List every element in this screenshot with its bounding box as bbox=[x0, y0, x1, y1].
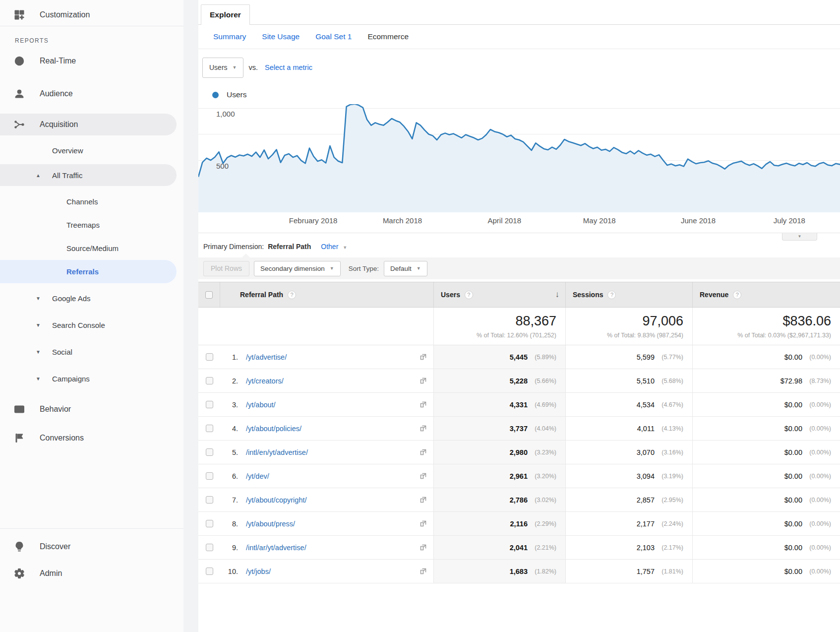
x-axis-month-label: March 2018 bbox=[383, 216, 422, 225]
row-revenue-cell: $0.00 (0.00%) bbox=[693, 393, 840, 416]
sidebar-item-all-traffic[interactable]: ▲ All Traffic bbox=[0, 164, 177, 186]
help-icon[interactable]: ? bbox=[607, 291, 616, 299]
sort-type-dropdown[interactable]: Default ▼ bbox=[384, 261, 427, 276]
row-checkbox[interactable] bbox=[206, 353, 213, 361]
header-referral-path[interactable]: Referral Path ? bbox=[220, 282, 434, 307]
revenue-percent: (0.00%) bbox=[802, 473, 840, 480]
tab-explorer[interactable]: Explorer bbox=[201, 4, 250, 25]
row-users-cell: 4,331 (4.69%) bbox=[434, 393, 566, 416]
external-link-icon[interactable] bbox=[419, 377, 427, 385]
referral-path-link[interactable]: /yt/advertise/ bbox=[246, 353, 287, 361]
table-row: 8. /yt/about/press/ 2,116 (2.29%) 2,177 … bbox=[198, 512, 840, 536]
referral-path-link[interactable]: /intl/ar/yt/advertise/ bbox=[246, 544, 306, 552]
x-axis-month-label: May 2018 bbox=[583, 216, 616, 225]
sidebar-item-referrals[interactable]: Referrals bbox=[0, 260, 177, 283]
sessions-percent: (4.67%) bbox=[655, 401, 692, 408]
referral-path-link[interactable]: /yt/about/copyright/ bbox=[246, 496, 307, 504]
sessions-percent: (2.24%) bbox=[655, 520, 692, 527]
sidebar-item-conversions[interactable]: Conversions bbox=[0, 427, 183, 449]
caret-down-icon: ▼ bbox=[798, 235, 802, 239]
row-checkbox[interactable] bbox=[206, 425, 213, 432]
external-link-icon[interactable] bbox=[419, 400, 427, 409]
metric-select-dropdown[interactable]: Users ▼ bbox=[202, 58, 243, 78]
row-checkbox[interactable] bbox=[206, 544, 213, 551]
row-checkbox-cell bbox=[198, 488, 220, 511]
users-value: 2,961 bbox=[434, 472, 528, 480]
help-icon[interactable]: ? bbox=[288, 291, 296, 299]
sidebar-item-behavior[interactable]: Behavior bbox=[0, 398, 183, 420]
sidebar-item-admin[interactable]: Admin bbox=[0, 563, 183, 584]
header-checkbox-cell bbox=[198, 282, 220, 307]
referral-path-link[interactable]: /yt/dev/ bbox=[246, 472, 269, 480]
row-checkbox[interactable] bbox=[206, 568, 213, 575]
sidebar-item-search-console[interactable]: ▼ Search Console bbox=[0, 314, 183, 336]
sidebar-item-overview[interactable]: Overview bbox=[0, 140, 183, 160]
external-link-icon[interactable] bbox=[419, 353, 427, 361]
subtab-goal-set-1[interactable]: Goal Set 1 bbox=[315, 32, 352, 41]
primary-dimension-referral-path[interactable]: Referral Path bbox=[268, 243, 311, 251]
sidebar-item-treemaps[interactable]: Treemaps bbox=[0, 213, 183, 237]
subtab-ecommerce[interactable]: Ecommerce bbox=[367, 32, 409, 41]
external-link-icon[interactable] bbox=[419, 448, 427, 456]
external-link-icon[interactable] bbox=[419, 567, 427, 575]
chart-plot-area[interactable]: 5001,000 bbox=[198, 104, 840, 212]
caret-down-icon: ▼ bbox=[417, 266, 421, 271]
users-percent: (2.29%) bbox=[528, 520, 565, 527]
external-link-icon[interactable] bbox=[419, 424, 427, 433]
row-checkbox[interactable] bbox=[206, 377, 213, 384]
subtab-summary[interactable]: Summary bbox=[213, 32, 246, 41]
row-checkbox[interactable] bbox=[206, 496, 213, 504]
sessions-value: 4,011 bbox=[566, 425, 655, 433]
sidebar-item-campaigns[interactable]: ▼ Campaigns bbox=[0, 368, 183, 389]
primary-dimension-other-dropdown[interactable]: Other ▼ bbox=[321, 243, 347, 251]
table-row: 3. /yt/about/ 4,331 (4.69%) 4,534 (4.67%… bbox=[198, 393, 840, 417]
referral-path-link[interactable]: /yt/jobs/ bbox=[246, 568, 271, 575]
referral-path-link[interactable]: /yt/about/press/ bbox=[246, 520, 295, 528]
row-checkbox[interactable] bbox=[206, 520, 213, 527]
row-users-cell: 2,961 (3.20%) bbox=[434, 464, 566, 488]
sort-descending-icon[interactable]: ↓ bbox=[555, 290, 560, 300]
users-value: 2,041 bbox=[434, 544, 528, 552]
sidebar-item-social[interactable]: ▼ Social bbox=[0, 341, 183, 363]
row-path-cell: 7. /yt/about/copyright/ bbox=[220, 488, 434, 511]
header-revenue[interactable]: Revenue ? bbox=[693, 282, 840, 307]
row-revenue-cell: $0.00 (0.00%) bbox=[693, 488, 840, 511]
secondary-dimension-dropdown[interactable]: Secondary dimension ▼ bbox=[254, 261, 341, 276]
select-all-checkbox[interactable] bbox=[205, 291, 213, 299]
external-link-icon[interactable] bbox=[419, 543, 427, 552]
chart-collapse-button[interactable]: ▼ bbox=[782, 233, 817, 241]
row-checkbox-cell bbox=[198, 536, 220, 559]
referral-path-link[interactable]: /yt/about/policies/ bbox=[246, 425, 301, 433]
header-users[interactable]: Users ? ↓ bbox=[434, 282, 566, 307]
referral-path-link[interactable]: /yt/about/ bbox=[246, 401, 276, 409]
users-percent: (3.02%) bbox=[528, 497, 565, 504]
sidebar-item-channels[interactable]: Channels bbox=[0, 190, 183, 213]
referral-path-link[interactable]: /yt/creators/ bbox=[246, 377, 284, 385]
totals-path-cell bbox=[220, 308, 434, 345]
row-checkbox[interactable] bbox=[206, 401, 213, 408]
select-a-metric-link[interactable]: Select a metric bbox=[265, 63, 312, 71]
sidebar-item-google-ads[interactable]: ▼ Google Ads bbox=[0, 287, 183, 309]
help-icon[interactable]: ? bbox=[465, 291, 473, 299]
external-link-icon[interactable] bbox=[419, 496, 427, 504]
header-sessions[interactable]: Sessions ? bbox=[566, 282, 693, 307]
sidebar-item-acquisition[interactable]: Acquisition bbox=[0, 114, 177, 135]
subtab-site-usage[interactable]: Site Usage bbox=[262, 32, 300, 41]
sidebar-item-discover[interactable]: Discover bbox=[0, 536, 183, 558]
sidebar-item-audience[interactable]: Audience bbox=[0, 83, 183, 105]
row-checkbox[interactable] bbox=[206, 472, 213, 480]
help-icon[interactable]: ? bbox=[733, 291, 741, 299]
sidebar-item-label: Acquisition bbox=[40, 120, 78, 129]
report-content: Explorer Summary Site Usage Goal Set 1 E… bbox=[198, 0, 840, 632]
row-checkbox[interactable] bbox=[206, 448, 213, 456]
row-path-cell: 10. /yt/jobs/ bbox=[220, 560, 434, 583]
users-percent: (3.23%) bbox=[528, 449, 565, 456]
external-link-icon[interactable] bbox=[419, 519, 427, 528]
sidebar-item-source-medium[interactable]: Source/Medium bbox=[0, 237, 183, 260]
sidebar-item-customization[interactable]: Customization bbox=[0, 0, 183, 22]
sidebar-item-realtime[interactable]: Real-Time bbox=[0, 50, 183, 72]
referral-path-link[interactable]: /intl/en/yt/advertise/ bbox=[246, 448, 308, 456]
row-path-cell: 2. /yt/creators/ bbox=[220, 369, 434, 392]
external-link-icon[interactable] bbox=[419, 472, 427, 480]
plot-rows-button[interactable]: Plot Rows bbox=[203, 261, 249, 276]
